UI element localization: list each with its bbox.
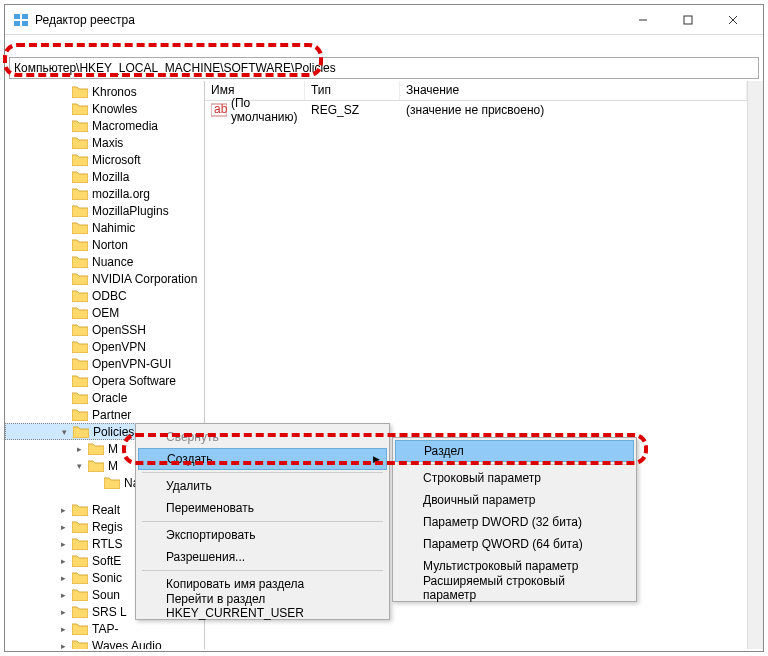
tree-item-microsoft[interactable]: Microsoft bbox=[5, 151, 204, 168]
tree-item-partner[interactable]: Partner bbox=[5, 406, 204, 423]
tree-item-openvpn-gui[interactable]: OpenVPN-GUI bbox=[5, 355, 204, 372]
tree-item-norton[interactable]: Norton bbox=[5, 236, 204, 253]
menubar[interactable] bbox=[5, 35, 763, 55]
tree-item-nvidia-corporation[interactable]: NVIDIA Corporation bbox=[5, 270, 204, 287]
sub-create-string[interactable]: Строковый параметр bbox=[395, 467, 634, 489]
ctx-collapse[interactable]: Свернуть bbox=[138, 426, 387, 448]
sub-create-expandstring[interactable]: Расширяемый строковый параметр bbox=[395, 577, 634, 599]
tree-item-label: Oracle bbox=[92, 391, 127, 405]
expand-icon[interactable] bbox=[57, 357, 70, 370]
tree-item-openssh[interactable]: OpenSSH bbox=[5, 321, 204, 338]
expand-icon[interactable]: ▸ bbox=[57, 639, 70, 649]
list-row[interactable]: ab (По умолчанию) REG_SZ (значение не пр… bbox=[205, 101, 747, 119]
chevron-right-icon: ▶ bbox=[373, 454, 380, 464]
cell-name: ab (По умолчанию) bbox=[205, 96, 305, 124]
expand-icon[interactable]: ▸ bbox=[57, 588, 70, 601]
expand-icon[interactable] bbox=[57, 221, 70, 234]
tree-item-openvpn[interactable]: OpenVPN bbox=[5, 338, 204, 355]
ctx-delete[interactable]: Удалить bbox=[138, 475, 387, 497]
tree-item-odbc[interactable]: ODBC bbox=[5, 287, 204, 304]
expand-icon[interactable] bbox=[57, 136, 70, 149]
folder-icon bbox=[72, 204, 88, 217]
tree-item-oracle[interactable]: Oracle bbox=[5, 389, 204, 406]
expand-icon[interactable] bbox=[57, 238, 70, 251]
ctx-goto-hkcu[interactable]: Перейти в раздел HKEY_CURRENT_USER bbox=[138, 595, 387, 617]
folder-icon bbox=[72, 306, 88, 319]
expand-icon[interactable] bbox=[57, 204, 70, 217]
expand-icon[interactable]: ▸ bbox=[57, 520, 70, 533]
ctx-create[interactable]: Создать▶ bbox=[138, 448, 387, 470]
sub-create-binary[interactable]: Двоичный параметр bbox=[395, 489, 634, 511]
tree-item-khronos[interactable]: Khronos bbox=[5, 83, 204, 100]
tree-item-tap-[interactable]: ▸TAP- bbox=[5, 620, 204, 637]
tree-item-label: Knowles bbox=[92, 102, 137, 116]
expand-icon[interactable] bbox=[57, 255, 70, 268]
tree-item-opera-software[interactable]: Opera Software bbox=[5, 372, 204, 389]
expand-icon[interactable] bbox=[57, 170, 70, 183]
expand-icon[interactable] bbox=[57, 153, 70, 166]
expand-icon[interactable] bbox=[57, 272, 70, 285]
maximize-button[interactable] bbox=[665, 6, 710, 34]
expand-icon[interactable] bbox=[57, 323, 70, 336]
tree-item-maxis[interactable]: Maxis bbox=[5, 134, 204, 151]
tree-item-label: Microsoft bbox=[92, 153, 141, 167]
expand-icon[interactable]: ▸ bbox=[57, 537, 70, 550]
expand-icon[interactable] bbox=[57, 374, 70, 387]
address-bar[interactable]: Компьютер\HKEY_LOCAL_MACHINE\SOFTWARE\Po… bbox=[9, 57, 759, 79]
folder-icon bbox=[72, 554, 88, 567]
expand-icon[interactable]: ▸ bbox=[57, 605, 70, 618]
tree-item-label: OpenSSH bbox=[92, 323, 146, 337]
expand-icon[interactable]: ▸ bbox=[57, 622, 70, 635]
sub-create-dword[interactable]: Параметр DWORD (32 бита) bbox=[395, 511, 634, 533]
tree-item-nahimic[interactable]: Nahimic bbox=[5, 219, 204, 236]
col-type[interactable]: Тип bbox=[305, 81, 400, 100]
context-menu-key: Свернуть Создать▶ Удалить Переименовать … bbox=[135, 423, 390, 620]
tree-item-mozilla[interactable]: Mozilla bbox=[5, 168, 204, 185]
folder-icon bbox=[72, 605, 88, 618]
expand-icon[interactable] bbox=[57, 119, 70, 132]
expand-icon[interactable] bbox=[57, 340, 70, 353]
tree-item-macromedia[interactable]: Macromedia bbox=[5, 117, 204, 134]
tree-item-label: SoftE bbox=[92, 554, 121, 568]
tree-item-knowles[interactable]: Knowles bbox=[5, 100, 204, 117]
sub-create-key[interactable]: Раздел bbox=[395, 440, 634, 462]
expand-icon[interactable] bbox=[89, 476, 102, 489]
titlebar: Редактор реестра bbox=[5, 5, 763, 35]
tree-item-label: Norton bbox=[92, 238, 128, 252]
tree-item-mozillaplugins[interactable]: MozillaPlugins bbox=[5, 202, 204, 219]
folder-icon bbox=[72, 520, 88, 533]
tree-item-label: RTLS bbox=[92, 537, 122, 551]
tree-item-nuance[interactable]: Nuance bbox=[5, 253, 204, 270]
window-title: Редактор реестра bbox=[35, 13, 620, 27]
expand-icon[interactable] bbox=[57, 187, 70, 200]
sub-create-qword[interactable]: Параметр QWORD (64 бита) bbox=[395, 533, 634, 555]
expand-icon[interactable]: ▸ bbox=[57, 503, 70, 516]
folder-icon bbox=[72, 408, 88, 421]
ctx-rename[interactable]: Переименовать bbox=[138, 497, 387, 519]
folder-icon bbox=[72, 187, 88, 200]
folder-icon bbox=[72, 153, 88, 166]
tree-item-oem[interactable]: OEM bbox=[5, 304, 204, 321]
minimize-button[interactable] bbox=[620, 6, 665, 34]
expand-icon[interactable] bbox=[57, 391, 70, 404]
expand-icon[interactable]: ▸ bbox=[57, 571, 70, 584]
expand-icon[interactable]: ▾ bbox=[58, 425, 71, 438]
expand-icon[interactable]: ▾ bbox=[73, 459, 86, 472]
tree-scrollbar[interactable] bbox=[747, 81, 763, 649]
col-value[interactable]: Значение bbox=[400, 81, 747, 100]
ctx-export[interactable]: Экспортировать bbox=[138, 524, 387, 546]
close-button[interactable] bbox=[710, 6, 755, 34]
expand-icon[interactable]: ▸ bbox=[57, 554, 70, 567]
folder-icon bbox=[72, 537, 88, 550]
expand-icon[interactable] bbox=[57, 289, 70, 302]
expand-icon[interactable] bbox=[57, 85, 70, 98]
ctx-permissions[interactable]: Разрешения... bbox=[138, 546, 387, 568]
expand-icon[interactable] bbox=[57, 102, 70, 115]
expand-icon[interactable] bbox=[57, 408, 70, 421]
tree-item-mozilla-org[interactable]: mozilla.org bbox=[5, 185, 204, 202]
svg-rect-3 bbox=[22, 21, 28, 26]
expand-icon[interactable] bbox=[57, 306, 70, 319]
tree-item-waves-audio[interactable]: ▸Waves Audio bbox=[5, 637, 204, 649]
expand-icon[interactable]: ▸ bbox=[73, 442, 86, 455]
tree-item-label: Mozilla bbox=[92, 170, 129, 184]
